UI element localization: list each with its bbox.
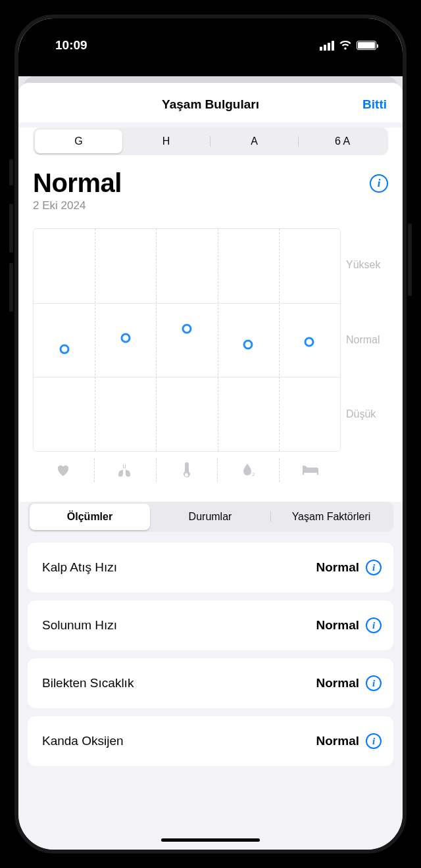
time-range-day[interactable]: G [35, 130, 122, 153]
chart-ylabel-high: Yüksek [346, 259, 388, 271]
chart-data-point [120, 333, 130, 343]
summary-date: 2 Eki 2024 [33, 199, 388, 212]
bed-icon [280, 458, 341, 482]
metric-value: Normal [316, 734, 359, 748]
navigation-bar: Yaşam Bulguları Bitti [18, 83, 403, 122]
phone-body: 10:09 Yaşam Bulguları Bitti G [14, 14, 407, 854]
info-icon[interactable]: i [366, 675, 382, 691]
chart-data-point [243, 339, 253, 349]
tab-states[interactable]: Durumlar [150, 504, 270, 530]
chart-gridline-h [34, 303, 340, 304]
oxygen-icon: 2 [218, 458, 279, 482]
content-area: G H A 6 A Normal i 2 Eki 2024 [18, 128, 403, 800]
wifi-icon [339, 41, 352, 51]
chart-gridline-v [279, 229, 280, 451]
chart-gridline-v [156, 229, 157, 451]
thermometer-icon [157, 458, 218, 482]
cellular-signal-icon [320, 41, 334, 51]
chart-grid [33, 228, 341, 452]
chart-data-point [305, 337, 314, 347]
dynamic-island [163, 36, 259, 62]
phone-frame: 10:09 Yaşam Bulguları Bitti G [0, 0, 421, 868]
tab-life-factors[interactable]: Yaşam Faktörleri [271, 504, 391, 530]
info-icon[interactable]: i [366, 733, 382, 749]
volume-down-button [9, 263, 13, 312]
summary-status: Normal [33, 168, 122, 198]
metric-value: Normal [316, 676, 359, 690]
chart-gridline-v [95, 229, 95, 451]
chart-gridline-h [34, 377, 340, 377]
home-indicator[interactable] [161, 838, 260, 842]
status-time: 10:09 [55, 38, 87, 53]
metric-card-blood-oxygen[interactable]: Kanda Oksijen Normal i [28, 716, 393, 766]
sheet-main: Yaşam Bulguları Bitti G H A 6 A Normal i [18, 83, 403, 850]
chart-data-point [59, 344, 69, 354]
metric-value: Normal [316, 560, 359, 575]
page-title: Yaşam Bulguları [162, 97, 259, 112]
done-button[interactable]: Bitti [347, 97, 387, 112]
power-button [408, 224, 412, 296]
vitals-chart[interactable]: Yüksek Normal Düşük [33, 228, 388, 452]
tab-measurements[interactable]: Ölçümler [30, 504, 150, 530]
time-range-six-months[interactable]: 6 A [299, 130, 386, 153]
chart-data-point [182, 324, 192, 334]
svg-text:2: 2 [252, 471, 255, 477]
metric-card-wrist-temperature[interactable]: Bilekten Sıcaklık Normal i [28, 658, 393, 708]
sheet-backdrop [18, 63, 403, 76]
chart-x-axis-icons: 2 [33, 458, 388, 482]
metric-card-heart-rate[interactable]: Kalp Atış Hızı Normal i [28, 542, 393, 592]
time-range-week[interactable]: H [122, 130, 210, 153]
heart-icon [33, 458, 94, 482]
chart-ylabel-normal: Normal [346, 334, 388, 346]
section-segmented-control[interactable]: Ölçümler Durumlar Yaşam Faktörleri [28, 502, 393, 532]
metric-name: Kalp Atış Hızı [42, 560, 117, 575]
lungs-icon [95, 458, 156, 482]
chart-gridline-v [218, 229, 218, 451]
chart-ylabel-low: Düşük [346, 408, 388, 420]
metric-name: Kanda Oksijen [42, 734, 124, 748]
bottom-section: Ölçümler Durumlar Yaşam Faktörleri Kalp … [18, 502, 403, 800]
summary-block: Normal i 2 Eki 2024 [18, 168, 403, 215]
battery-icon [357, 41, 376, 50]
status-icons [320, 41, 376, 51]
metric-card-respiratory-rate[interactable]: Solunum Hızı Normal i [28, 600, 393, 650]
time-range-segmented-control[interactable]: G H A 6 A [33, 128, 388, 155]
metric-value: Normal [316, 618, 359, 633]
info-icon[interactable]: i [366, 560, 382, 575]
volume-up-button [9, 204, 13, 253]
time-range-month[interactable]: A [210, 130, 298, 153]
info-icon[interactable]: i [366, 617, 382, 633]
info-icon[interactable]: i [370, 174, 388, 193]
metric-name: Bilekten Sıcaklık [42, 676, 134, 690]
silence-switch [9, 159, 13, 185]
metric-name: Solunum Hızı [42, 618, 117, 633]
